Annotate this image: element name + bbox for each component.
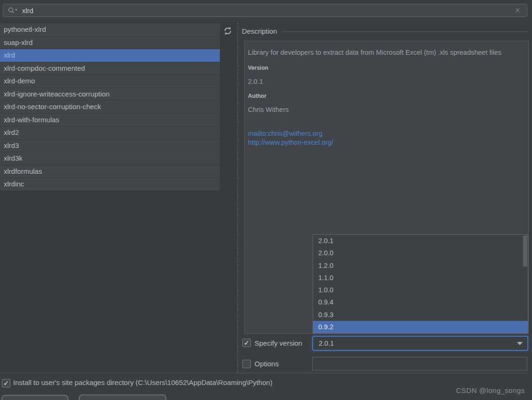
- dropdown-scrollbar-thumb[interactable]: [523, 236, 527, 267]
- options-input[interactable]: [312, 357, 527, 370]
- version-option[interactable]: 2.0.0: [313, 247, 528, 259]
- version-option[interactable]: 0.9.4: [313, 296, 528, 308]
- version-dropdown-popup: 2.0.12.0.01.2.01.1.01.0.00.9.40.9.30.9.2: [313, 234, 528, 333]
- checkmark-icon: ✓: [244, 339, 249, 347]
- panel-splitter[interactable]: [237, 23, 238, 373]
- refresh-icon[interactable]: [223, 26, 232, 36]
- version-label: Version: [248, 65, 523, 71]
- options-label[interactable]: Options: [255, 360, 279, 368]
- package-list-item[interactable]: xlrdinc: [0, 178, 220, 191]
- version-combobox-value: 2.0.1: [319, 340, 517, 347]
- package-list-item[interactable]: xlrd-demo: [0, 75, 220, 88]
- version-option[interactable]: 0.9.3: [313, 309, 528, 321]
- author-email-link[interactable]: mailto:chris@withers.org: [248, 129, 523, 138]
- version-option[interactable]: 1.1.0: [313, 272, 528, 284]
- description-title-rule: [283, 31, 528, 32]
- manage-repositories-button[interactable]: [79, 394, 166, 400]
- search-icon[interactable]: [7, 7, 19, 14]
- package-list-item[interactable]: suap-xlrd: [0, 37, 220, 50]
- footer-divider: [0, 373, 529, 373]
- version-option[interactable]: 1.0.0: [313, 284, 528, 296]
- install-package-dialog: ✕ pythonetl-xlrdsuap-xlrdxlrdxlrd-compdo…: [0, 0, 532, 400]
- chevron-down-icon: [517, 342, 523, 345]
- options-checkbox[interactable]: ✓: [242, 360, 251, 368]
- checkmark-icon: ✓: [3, 379, 9, 387]
- package-list-item[interactable]: xlrd3: [0, 140, 220, 153]
- specify-version-checkbox[interactable]: ✓: [242, 339, 251, 347]
- watermark-text: CSDN @long_songs: [456, 386, 525, 394]
- package-list-item[interactable]: xlrd-with-formulas: [0, 114, 220, 127]
- version-value: 2.0.1: [248, 78, 523, 85]
- version-combobox[interactable]: 2.0.1: [312, 336, 528, 351]
- search-bar: ✕: [3, 4, 527, 17]
- version-option[interactable]: 0.9.2: [313, 321, 528, 333]
- package-list-item[interactable]: xlrd3k: [0, 152, 220, 165]
- package-summary: Library for developers to extract data f…: [248, 48, 523, 57]
- package-list-item[interactable]: xlrd-ignore-writeaccess-corruption: [0, 88, 220, 101]
- list-scrollbar-track: [220, 23, 237, 373]
- package-list-item[interactable]: xlrd: [0, 49, 220, 62]
- package-list-item[interactable]: xlrdformulas: [0, 165, 220, 178]
- package-links: mailto:chris@withers.org http://www.pyth…: [248, 129, 523, 147]
- package-list-item[interactable]: pythonetl-xlrd: [0, 23, 220, 37]
- author-label: Author: [248, 93, 523, 99]
- install-package-button[interactable]: [1, 395, 68, 400]
- search-input[interactable]: [22, 7, 515, 15]
- version-option[interactable]: 2.0.1: [313, 235, 528, 247]
- package-list: pythonetl-xlrdsuap-xlrdxlrdxlrd-compdoc-…: [0, 23, 220, 191]
- specify-version-label[interactable]: Specify version: [255, 339, 302, 347]
- install-user-site-checkbox[interactable]: ✓: [2, 379, 10, 387]
- install-user-site-label[interactable]: Install to user's site packages director…: [13, 378, 272, 386]
- package-list-item[interactable]: xlrd2: [0, 126, 220, 140]
- homepage-link[interactable]: http://www.python-excel.org/: [248, 138, 523, 147]
- author-value: Chris Withers: [248, 106, 523, 113]
- package-list-item[interactable]: xlrd-compdoc-commented: [0, 62, 220, 75]
- version-option[interactable]: 1.2.0: [313, 259, 528, 272]
- description-section-title: Description: [242, 27, 277, 35]
- close-icon[interactable]: ✕: [515, 7, 520, 14]
- package-list-item[interactable]: xlrd-no-sector-corruption-check: [0, 101, 220, 114]
